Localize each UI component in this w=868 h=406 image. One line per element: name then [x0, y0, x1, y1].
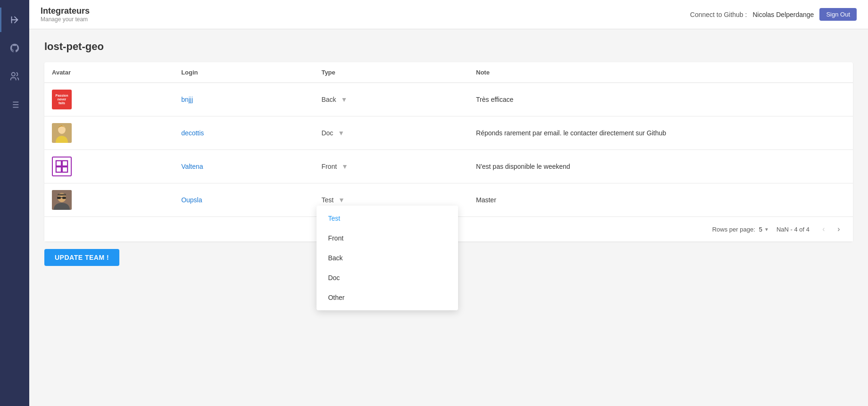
dropdown-option-doc[interactable]: Doc	[317, 268, 458, 288]
dropdown-arrow-oupsla[interactable]: ▼	[338, 196, 345, 204]
note-cell-valtena: N'est pas disponible le weekend	[468, 150, 853, 183]
type-dropdown-menu: Test Front Back Doc Other	[317, 206, 458, 310]
table-row: Oupsla Test ▼ Test Front Back	[44, 183, 853, 217]
rows-per-page-chevron: ▼	[764, 227, 769, 232]
header: Integrateurs Manage your team Connect to…	[29, 0, 868, 29]
next-page-button[interactable]: ›	[832, 223, 845, 236]
login-link-oupsla[interactable]: Oupsla	[181, 196, 202, 204]
table-header-row: Avatar Login Type Note	[44, 62, 853, 83]
col-avatar: Avatar	[44, 62, 174, 83]
svg-rect-10	[56, 161, 61, 166]
dropdown-option-back[interactable]: Back	[317, 248, 458, 268]
login-link-valtena[interactable]: Valtena	[181, 163, 203, 170]
svg-rect-12	[62, 161, 67, 166]
sidebar-icon-list[interactable]	[0, 92, 29, 117]
note-cell-decottis: Réponds rarement par email. le contacter…	[468, 116, 853, 150]
avatar-cell-oupsla	[44, 183, 174, 217]
sidebar-icon-arrows[interactable]	[0, 8, 29, 32]
pagination-info: NaN - 4 of 4	[776, 226, 810, 233]
dropdown-arrow-valtena[interactable]: ▼	[342, 163, 348, 170]
col-type: Type	[314, 62, 468, 83]
avatar-oupsla	[52, 190, 72, 210]
login-link-decottis[interactable]: decottis	[181, 129, 204, 137]
sidebar-icon-github[interactable]	[0, 36, 29, 60]
dropdown-arrow-decottis[interactable]: ▼	[338, 129, 344, 137]
type-cell-decottis: Doc ▼	[314, 116, 468, 150]
main-content: Integrateurs Manage your team Connect to…	[29, 0, 868, 406]
note-cell-bnjjj: Très efficace	[468, 83, 853, 116]
header-right: Connect to Github : Nicolas Delperdange …	[690, 8, 857, 21]
dropdown-option-test[interactable]: Test	[317, 208, 458, 228]
app-title: Integrateurs	[41, 6, 90, 16]
rows-per-page-label: Rows per page:	[712, 226, 755, 233]
app-subtitle: Manage your team	[41, 16, 90, 23]
rows-per-page-select[interactable]: 5 ▼	[759, 226, 769, 233]
login-link-bnjjj[interactable]: bnjjj	[181, 96, 193, 103]
svg-point-1	[12, 73, 15, 76]
avatar-cell-valtena	[44, 150, 174, 183]
prev-page-button[interactable]: ‹	[817, 223, 830, 236]
team-table-container: Avatar Login Type Note Passionneverfails	[44, 62, 853, 241]
type-cell-oupsla: Test ▼ Test Front Back Doc Other	[314, 183, 468, 217]
sidebar	[0, 0, 29, 406]
rows-per-page-value: 5	[759, 226, 762, 233]
avatar-bnjjj: Passionneverfails	[52, 90, 72, 109]
dropdown-option-front[interactable]: Front	[317, 228, 458, 248]
dropdown-arrow-bnjjj[interactable]: ▼	[341, 96, 347, 103]
sidebar-icon-users[interactable]	[0, 64, 29, 89]
type-dropdown-oupsla: Test ▼ Test Front Back Doc Other	[321, 196, 344, 204]
content-area: lost-pet-geo Avatar Login Type Note	[29, 29, 868, 406]
page-title: lost-pet-geo	[44, 41, 853, 53]
svg-rect-11	[62, 167, 67, 172]
update-team-button[interactable]: UPDATE TEAM !	[44, 249, 119, 266]
login-cell-valtena: Valtena	[174, 150, 314, 183]
team-table: Avatar Login Type Note Passionneverfails	[44, 62, 853, 216]
sign-out-button[interactable]: Sign Out	[819, 8, 857, 21]
avatar-valtena	[52, 157, 72, 176]
login-cell-oupsla: Oupsla	[174, 183, 314, 217]
note-cell-oupsla: Master	[468, 183, 853, 217]
username: Nicolas Delperdange	[752, 11, 814, 18]
header-left: Integrateurs Manage your team	[41, 6, 90, 23]
avatar-decottis	[52, 123, 72, 143]
col-note: Note	[468, 62, 853, 83]
svg-rect-17	[57, 197, 61, 199]
table-row: Passionneverfails bnjjj Back ▼ Très effi…	[44, 83, 853, 116]
svg-rect-13	[56, 167, 61, 172]
svg-rect-18	[62, 197, 66, 199]
table-row: Valtena Front ▼ N'est pas disponible le …	[44, 150, 853, 183]
svg-rect-16	[58, 194, 66, 196]
login-cell-decottis: decottis	[174, 116, 314, 150]
pagination-buttons: ‹ ›	[817, 223, 845, 236]
avatar-cell-decottis	[44, 116, 174, 150]
type-cell-valtena: Front ▼	[314, 150, 468, 183]
login-cell-bnjjj: bnjjj	[174, 83, 314, 116]
type-cell-bnjjj: Back ▼	[314, 83, 468, 116]
dropdown-option-other[interactable]: Other	[317, 288, 458, 307]
connect-label: Connect to Github :	[690, 11, 747, 18]
col-login: Login	[174, 62, 314, 83]
avatar-cell-bnjjj: Passionneverfails	[44, 83, 174, 116]
table-row: decottis Doc ▼ Réponds rarement par emai…	[44, 116, 853, 150]
rows-per-page-control: Rows per page: 5 ▼	[712, 226, 769, 233]
